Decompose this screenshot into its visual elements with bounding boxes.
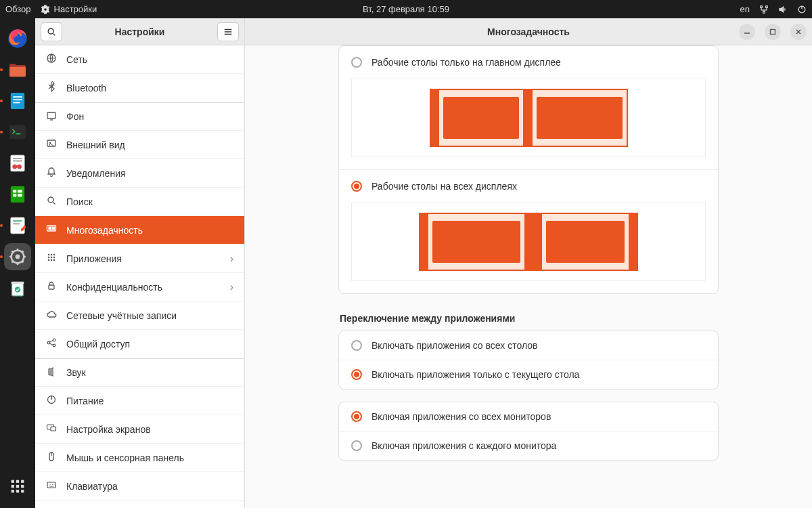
dock-evince-icon[interactable] [4, 150, 31, 177]
keyboard-icon [46, 480, 57, 492]
sidebar-item-displays[interactable]: Настройка экранов [35, 415, 244, 444]
svg-point-42 [48, 197, 53, 203]
displays-icon [46, 423, 57, 436]
search-button[interactable] [41, 22, 62, 41]
power-icon[interactable] [797, 5, 807, 14]
dock-settings-icon[interactable] [4, 243, 31, 270]
svg-rect-29 [16, 480, 19, 483]
window-minimize-button[interactable] [739, 24, 755, 40]
sidebar-item-keyboard[interactable]: Клавиатура [35, 472, 244, 501]
svg-rect-19 [18, 194, 22, 196]
dock-notes-icon[interactable] [4, 212, 31, 239]
radio-icon [351, 411, 362, 422]
sidebar-item-bluetooth[interactable]: Bluetooth [35, 74, 244, 102]
sidebar-item-cloud[interactable]: Сетевые учётные записи [35, 301, 244, 330]
svg-rect-55 [49, 285, 54, 289]
svg-rect-28 [12, 480, 14, 483]
workspaces-all-option[interactable]: Рабочие столы на всех дисплеях [339, 170, 718, 203]
section-title-app-switching: Переключение между приложениями [340, 313, 719, 324]
svg-point-37 [48, 28, 53, 34]
sidebar-item-sound[interactable]: Звук [35, 358, 244, 387]
svg-rect-21 [13, 220, 22, 221]
sidebar-item-bell[interactable]: Уведомления [35, 159, 244, 188]
svg-rect-33 [21, 485, 24, 488]
dock-show-apps-icon[interactable] [4, 473, 31, 500]
grid-icon [46, 252, 57, 265]
sidebar-item-appearance[interactable]: Внешний вид [35, 131, 244, 159]
dock-firefox-icon[interactable] [4, 25, 31, 52]
window-maximize-button[interactable] [765, 24, 781, 40]
sidebar-item-label: Общий доступ [66, 339, 130, 350]
svg-rect-8 [9, 125, 26, 139]
apps-current-workspace-option[interactable]: Включать приложения только с текущего ст… [339, 360, 718, 389]
svg-point-54 [53, 259, 55, 261]
radio-icon [351, 57, 362, 68]
dock-terminal-icon[interactable] [4, 119, 31, 146]
monitor-icon [46, 224, 57, 236]
activities-button[interactable]: Обзор [5, 4, 31, 14]
svg-point-52 [48, 259, 50, 261]
sidebar-item-monitor[interactable]: Многозадачность [35, 216, 244, 245]
clock[interactable]: Вт, 27 февраля 10:59 [363, 4, 449, 14]
apps-each-monitor-option[interactable]: Включая приложения с каждого монитора [339, 431, 718, 460]
sidebar-item-power[interactable]: Питание [35, 387, 244, 415]
option-label: Включая приложения со всех мониторов [371, 411, 551, 422]
sidebar-item-label: Сетевые учётные записи [66, 310, 177, 321]
app-switch-workspace-card: Включать приложения со всех столов Включ… [338, 331, 719, 389]
hamburger-menu-button[interactable] [217, 22, 239, 41]
app-switch-monitor-card: Включая приложения со всех мониторов Вкл… [338, 402, 719, 461]
svg-rect-6 [13, 99, 22, 100]
svg-point-49 [48, 257, 50, 259]
svg-point-57 [53, 339, 55, 341]
radio-icon [351, 340, 362, 351]
keyboard-layout-indicator[interactable]: en [740, 4, 750, 14]
sidebar-item-label: Сеть [66, 54, 87, 65]
sidebar-title: Настройки [35, 26, 244, 37]
sidebar-item-lock[interactable]: Конфиденциальность› [35, 273, 244, 301]
radio-icon [351, 369, 362, 380]
option-label: Рабочие столы только на главном дисплее [371, 57, 561, 68]
svg-rect-11 [13, 161, 22, 162]
chevron-right-icon: › [230, 281, 233, 293]
volume-icon[interactable] [778, 5, 788, 14]
svg-rect-61 [51, 427, 56, 431]
radio-icon [351, 440, 362, 451]
sidebar: Настройки СетьBluetoothФонВнешний видУве… [35, 18, 245, 508]
sidebar-item-wallpaper[interactable]: Фон [35, 102, 244, 131]
apps-all-workspaces-option[interactable]: Включать приложения со всех столов [339, 331, 718, 360]
sidebar-item-label: Уведомления [66, 168, 126, 179]
sidebar-item-share[interactable]: Общий доступ [35, 330, 244, 358]
sidebar-item-label: Приложения [66, 253, 122, 264]
wallpaper-icon [46, 110, 57, 123]
sidebar-item-label: Поиск [66, 196, 93, 207]
sidebar-item-grid[interactable]: Приложения› [35, 245, 244, 273]
top-panel: Обзор Настройки Вт, 27 февраля 10:59 en [0, 0, 812, 18]
svg-point-24 [16, 255, 20, 259]
sound-icon [46, 366, 57, 379]
dock-trash-icon[interactable] [4, 274, 31, 301]
svg-rect-17 [18, 190, 22, 192]
svg-point-58 [53, 344, 55, 347]
option-label: Рабочие столы на всех дисплеях [371, 181, 517, 192]
search-icon [46, 195, 57, 208]
svg-rect-14 [14, 165, 20, 167]
window-close-button[interactable] [790, 24, 807, 40]
apps-all-monitors-option[interactable]: Включая приложения со всех мониторов [339, 402, 718, 431]
sidebar-item-globe[interactable]: Сеть [35, 45, 244, 74]
share-icon [46, 337, 57, 350]
svg-point-50 [51, 257, 53, 259]
svg-rect-22 [13, 224, 20, 225]
svg-point-51 [53, 257, 55, 259]
dock-calc-icon[interactable] [4, 181, 31, 208]
globe-icon [46, 53, 57, 66]
svg-rect-7 [13, 102, 20, 104]
sidebar-item-mouse[interactable]: Мышь и сенсорная панель [35, 444, 244, 472]
sidebar-item-label: Питание [66, 396, 104, 406]
sidebar-item-search[interactable]: Поиск [35, 188, 244, 216]
network-icon[interactable] [759, 5, 769, 14]
app-menu[interactable]: Настройки [41, 4, 97, 14]
dock-writer-icon[interactable] [4, 87, 31, 114]
dock-files-icon[interactable] [4, 56, 31, 83]
svg-rect-35 [16, 490, 19, 492]
workspaces-primary-option[interactable]: Рабочие столы только на главном дисплее [339, 46, 718, 79]
